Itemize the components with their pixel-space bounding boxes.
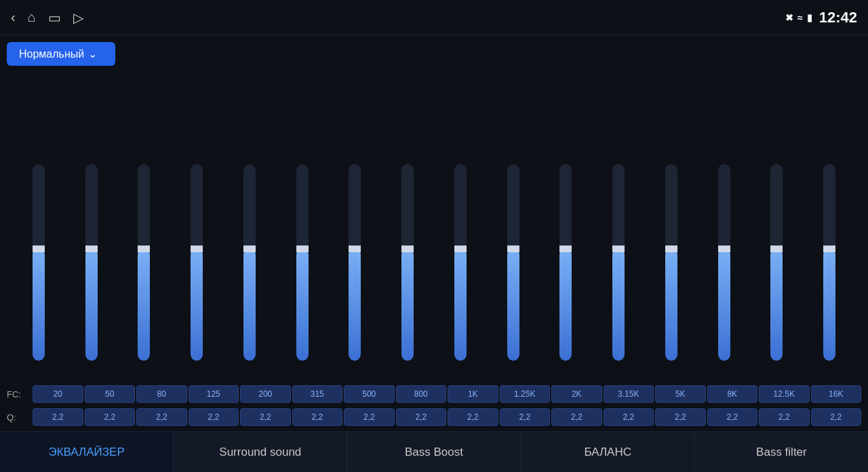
- clock: 12:42: [819, 9, 857, 26]
- sliders-container: [7, 73, 861, 381]
- slider-rail-16K: [823, 164, 835, 361]
- tab-surround[interactable]: Surround sound: [174, 432, 347, 472]
- window-button[interactable]: ▭: [48, 9, 61, 26]
- slider-thumb-1.25K[interactable]: [507, 245, 519, 252]
- q-btn-12.5K[interactable]: 2,2: [759, 408, 810, 426]
- slider-thumb-50[interactable]: [85, 245, 98, 252]
- slider-track-50[interactable]: [65, 164, 118, 381]
- slider-rail-80: [138, 164, 150, 361]
- q-btn-500[interactable]: 2,2: [344, 408, 395, 426]
- slider-thumb-8K[interactable]: [718, 245, 730, 252]
- home-button[interactable]: ⌂: [28, 9, 36, 25]
- q-btn-16K[interactable]: 2,2: [811, 408, 862, 426]
- q-btn-200[interactable]: 2,2: [240, 408, 291, 426]
- preset-button[interactable]: Нормальный ⌄: [7, 42, 115, 66]
- slider-rail-800: [401, 164, 414, 361]
- slider-thumb-80[interactable]: [138, 245, 150, 252]
- slider-track-80[interactable]: [118, 164, 171, 381]
- q-btn-1K[interactable]: 2,2: [448, 408, 498, 426]
- status-right: ✖ ≈ ▮ 12:42: [785, 9, 857, 26]
- q-btn-800[interactable]: 2,2: [396, 408, 447, 426]
- fc-btn-8K[interactable]: 8K: [707, 385, 758, 403]
- slider-rail-1.25K: [507, 164, 519, 361]
- slider-fill-1.25K: [507, 249, 519, 361]
- slider-fill-8K: [718, 249, 730, 361]
- tab-bass-boost[interactable]: Bass Boost: [347, 432, 521, 472]
- status-bar: ‹ ⌂ ▭ ▷ ✖ ≈ ▮ 12:42: [0, 0, 868, 35]
- main-content: Нормальный ⌄ FC: 2050801252003155008001K…: [0, 35, 868, 431]
- play-button[interactable]: ▷: [73, 9, 83, 26]
- q-btn-2K[interactable]: 2,2: [551, 408, 602, 426]
- slider-thumb-500[interactable]: [349, 245, 361, 252]
- fc-btn-5K[interactable]: 5K: [655, 385, 706, 403]
- slider-fill-80: [138, 249, 150, 361]
- fc-btn-1.25K[interactable]: 1.25K: [500, 385, 551, 403]
- slider-thumb-16K[interactable]: [823, 245, 835, 252]
- slider-track-5K[interactable]: [645, 164, 698, 381]
- fc-label: FC:: [7, 389, 33, 399]
- fc-btn-80[interactable]: 80: [136, 385, 187, 403]
- slider-thumb-1K[interactable]: [454, 245, 467, 252]
- bottom-tabs: ЭКВАЛАЙЗЕР Surround sound Bass Boost БАЛ…: [0, 431, 868, 472]
- slider-thumb-20[interactable]: [33, 245, 45, 252]
- slider-thumb-12.5K[interactable]: [770, 245, 783, 252]
- slider-track-8K[interactable]: [698, 164, 751, 381]
- slider-fill-2K: [559, 249, 572, 361]
- slider-track-3.15K[interactable]: [592, 164, 645, 381]
- fc-btn-125[interactable]: 125: [189, 385, 239, 403]
- slider-rail-1K: [454, 164, 467, 361]
- q-btn-20[interactable]: 2,2: [33, 408, 83, 426]
- tab-equalizer[interactable]: ЭКВАЛАЙЗЕР: [0, 432, 174, 472]
- slider-track-125[interactable]: [170, 164, 223, 381]
- slider-track-12.5K[interactable]: [751, 164, 804, 381]
- slider-track-1.25K[interactable]: [487, 164, 540, 381]
- slider-thumb-3.15K[interactable]: [612, 245, 625, 252]
- fc-btn-800[interactable]: 800: [396, 385, 447, 403]
- fc-btn-2K[interactable]: 2K: [551, 385, 602, 403]
- slider-thumb-800[interactable]: [401, 245, 414, 252]
- fc-btn-1K[interactable]: 1K: [448, 385, 498, 403]
- slider-thumb-5K[interactable]: [665, 245, 677, 252]
- slider-thumb-2K[interactable]: [559, 245, 572, 252]
- chevron-down-icon: ⌄: [88, 47, 97, 60]
- q-btn-315[interactable]: 2,2: [292, 408, 343, 426]
- tab-eq-label: ЭКВАЛАЙЗЕР: [48, 446, 124, 459]
- slider-track-20[interactable]: [12, 164, 65, 381]
- slider-track-800[interactable]: [381, 164, 434, 381]
- slider-rail-315: [296, 164, 309, 361]
- tab-balance[interactable]: БАЛАНС: [521, 432, 695, 472]
- tab-bass-filter[interactable]: Bass filter: [695, 432, 868, 472]
- back-button[interactable]: ‹: [11, 9, 16, 25]
- slider-thumb-200[interactable]: [243, 245, 256, 252]
- fc-btn-50[interactable]: 50: [85, 385, 136, 403]
- tab-balance-label: БАЛАНС: [584, 446, 631, 459]
- slider-track-16K[interactable]: [803, 164, 856, 381]
- slider-track-1K[interactable]: [434, 164, 487, 381]
- q-btn-8K[interactable]: 2,2: [707, 408, 758, 426]
- fc-btn-200[interactable]: 200: [240, 385, 291, 403]
- fc-btn-315[interactable]: 315: [292, 385, 343, 403]
- fc-btn-16K[interactable]: 16K: [811, 385, 862, 403]
- slider-rail-3.15K: [612, 164, 625, 361]
- slider-thumb-125[interactable]: [191, 245, 203, 252]
- q-btn-50[interactable]: 2,2: [85, 408, 136, 426]
- fc-btn-3.15K[interactable]: 3.15K: [604, 385, 654, 403]
- q-btn-1.25K[interactable]: 2,2: [500, 408, 551, 426]
- q-btn-5K[interactable]: 2,2: [655, 408, 706, 426]
- slider-thumb-315[interactable]: [296, 245, 309, 252]
- q-row: Q: 2,22,22,22,22,22,22,22,22,22,22,22,22…: [7, 406, 861, 431]
- slider-track-315[interactable]: [276, 164, 329, 381]
- q-values: 2,22,22,22,22,22,22,22,22,22,22,22,22,22…: [33, 408, 861, 426]
- q-btn-125[interactable]: 2,2: [189, 408, 239, 426]
- fc-btn-20[interactable]: 20: [33, 385, 83, 403]
- bluetooth-icon: ✖: [785, 12, 793, 23]
- q-btn-80[interactable]: 2,2: [136, 408, 187, 426]
- slider-track-200[interactable]: [223, 164, 276, 381]
- fc-btn-500[interactable]: 500: [344, 385, 395, 403]
- slider-track-500[interactable]: [329, 164, 382, 381]
- fc-values: 2050801252003155008001K1.25K2K3.15K5K8K1…: [33, 385, 861, 403]
- q-btn-3.15K[interactable]: 2,2: [604, 408, 654, 426]
- fc-btn-12.5K[interactable]: 12.5K: [759, 385, 810, 403]
- slider-track-2K[interactable]: [540, 164, 593, 381]
- slider-rail-500: [349, 164, 361, 361]
